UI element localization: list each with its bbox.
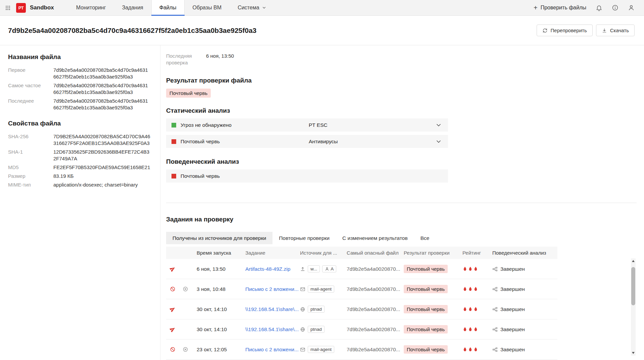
scroll-down-button[interactable] xyxy=(631,350,636,356)
mail-icon xyxy=(300,347,305,352)
rating-flames xyxy=(462,266,492,272)
threat-status-icon xyxy=(171,174,176,178)
nav-item-files[interactable]: Файлы xyxy=(151,0,185,16)
bell-icon[interactable] xyxy=(596,4,602,11)
completed-icon xyxy=(492,347,498,352)
task-start-time: 30 окт, 14:10 xyxy=(197,326,245,332)
flame-icon xyxy=(462,326,467,332)
behavioral-status: Завершен xyxy=(492,266,557,272)
flame-icon xyxy=(462,306,467,312)
task-source: mail-agent xyxy=(300,346,347,353)
person-icon xyxy=(325,267,329,271)
triangle-down-icon xyxy=(632,352,635,354)
info-icon[interactable] xyxy=(612,4,618,11)
verdict-badge: Почтовый червь xyxy=(404,305,448,313)
plane-icon xyxy=(169,266,177,272)
col-source: Источник для ... xyxy=(300,250,347,256)
chevron-down-icon xyxy=(262,5,266,10)
tasks-section-title: Задания на проверку xyxy=(166,216,644,223)
flame-icon xyxy=(462,266,467,272)
props-section-title: Свойства файла xyxy=(8,120,151,127)
verdict-badge: Почтовый червь xyxy=(404,285,448,293)
check-files-button[interactable]: + Проверить файлы xyxy=(534,4,586,11)
tab-changed-results[interactable]: С изменением результатов xyxy=(336,232,414,244)
app-root: PT Sandbox Мониторинг Задания Файлы Обра… xyxy=(0,0,644,360)
file-info-sidebar: Названия файла Первое 7d9b2e5a4a00208708… xyxy=(0,45,160,360)
source-badge: w... xyxy=(308,265,320,272)
file-name-row: Самое частое 7d9b2e5a4a002087082ba5c4d70… xyxy=(8,82,151,96)
triangle-up-icon xyxy=(632,260,635,262)
static-analysis-row[interactable]: Почтовый червь Антивирусы xyxy=(166,135,448,148)
pt-logo[interactable]: PT xyxy=(16,3,26,13)
scroll-up-button[interactable] xyxy=(631,258,636,264)
verdict-badge: Почтовый червь xyxy=(166,89,211,98)
source-badge: ptnad xyxy=(308,326,325,333)
task-source: w... A xyxy=(300,265,347,272)
table-header: Время запуска Задание Источник для ... С… xyxy=(166,247,557,259)
chevron-down-icon[interactable] xyxy=(435,138,442,145)
task-start-time: 30 окт, 14:10 xyxy=(197,306,245,312)
task-link[interactable]: Письмо с 2 вложени... xyxy=(245,286,299,292)
user-icon[interactable] xyxy=(628,4,635,11)
col-start-time: Время запуска xyxy=(197,250,245,256)
nav-item-system[interactable]: Система xyxy=(230,0,274,16)
download-icon xyxy=(602,28,607,33)
last-check-value: 6 ноя, 13:50 xyxy=(206,53,234,66)
table-row[interactable]: 30 окт, 14:10 \\192.168.54.1\share\... p… xyxy=(166,299,557,319)
task-source: ptnad xyxy=(300,306,347,313)
task-link[interactable]: \\192.168.54.1\share\... xyxy=(245,326,299,332)
nav-item-vm-images[interactable]: Образы ВМ xyxy=(185,0,230,16)
flame-icon xyxy=(468,326,473,332)
vertical-scrollbar[interactable] xyxy=(631,258,636,356)
tab-from-sources[interactable]: Получены из источников для проверки xyxy=(166,232,273,244)
file-prop-row: SHA-256 7D9B2E5A4A002087082BA5C4D70C9A46… xyxy=(8,133,151,147)
plane-icon xyxy=(169,326,177,332)
behavioral-status: Завершен xyxy=(492,306,557,312)
scrollbar-thumb[interactable] xyxy=(631,267,635,305)
task-start-time: 6 ноя, 13:50 xyxy=(197,266,245,272)
flame-icon xyxy=(468,266,473,272)
table-row[interactable]: 23 окт, 12:05 Письмо с 2 вложени... mail… xyxy=(166,340,557,360)
verdict-badge: Почтовый червь xyxy=(404,345,448,354)
task-link[interactable]: Письмо с 2 вложени... xyxy=(245,347,299,352)
result-section-title: Результат проверки файла xyxy=(166,77,644,84)
infected-icon xyxy=(183,286,188,292)
task-link[interactable]: \\192.168.54.1\share\... xyxy=(245,306,299,312)
nav-item-tasks[interactable]: Задания xyxy=(114,0,151,16)
file-prop-row: Размер 83.19 КБ xyxy=(8,173,151,179)
col-verdict: Результат проверки xyxy=(404,250,462,256)
top-navbar: PT Sandbox Мониторинг Задания Файлы Обра… xyxy=(0,0,644,16)
tab-rechecks[interactable]: Повторные проверки xyxy=(273,232,336,244)
nav-item-monitoring[interactable]: Мониторинг xyxy=(68,0,114,16)
verdict-badge: Почтовый червь xyxy=(404,325,448,333)
download-button[interactable]: Скачать xyxy=(596,24,635,36)
behavioral-analysis-row: Почтовый червь xyxy=(166,169,448,183)
worst-file: 7d9b2e5a4a0020870... xyxy=(347,306,404,312)
table-row[interactable]: 3 ноя, 10:48 Письмо с 2 вложени... mail-… xyxy=(166,279,557,299)
last-check-label: Последняя проверка xyxy=(166,53,206,66)
main-nav: Мониторинг Задания Файлы Образы ВМ Систе… xyxy=(68,0,275,16)
worst-file: 7d9b2e5a4a0020870... xyxy=(347,347,404,353)
last-check-row: Последняя проверка 6 ноя, 13:50 xyxy=(166,53,644,66)
recheck-button[interactable]: Перепроверить xyxy=(537,24,593,36)
apps-grid-icon[interactable] xyxy=(0,5,15,11)
table-row[interactable]: 30 окт, 14:10 \\192.168.54.1\share\... p… xyxy=(166,319,557,340)
tasks-tabs: Получены из источников для проверки Повт… xyxy=(166,232,644,244)
names-section-title: Названия файла xyxy=(8,53,151,61)
task-link[interactable]: Artifacts-48-49Z.zip xyxy=(245,266,290,272)
mail-icon xyxy=(300,287,305,292)
tab-all[interactable]: Все xyxy=(414,232,436,244)
refresh-icon xyxy=(542,28,548,33)
table-row[interactable]: 6 ноя, 13:50 Artifacts-48-49Z.zip w... A… xyxy=(166,259,557,279)
section-divider xyxy=(166,203,637,203)
static-analysis-row[interactable]: Угроз не обнаружено PT ESC xyxy=(166,118,448,132)
file-prop-row: MD5 FE2EF5F70B5320FDAE59AC59E1658E21 xyxy=(8,164,151,171)
file-name-row: Последнее 7d9b2e5a4a002087082ba5c4d70c9a… xyxy=(8,98,151,111)
check-files-label: Проверить файлы xyxy=(541,5,586,11)
web-icon xyxy=(300,327,305,332)
flame-icon xyxy=(468,306,473,312)
worst-file: 7d9b2e5a4a0020870... xyxy=(347,326,404,332)
chevron-down-icon[interactable] xyxy=(435,122,442,128)
file-prop-row: SHA-1 12D67335625F2BD92636BB4EFE72C4B32F… xyxy=(8,149,151,162)
worst-file: 7d9b2e5a4a0020870... xyxy=(347,266,404,272)
